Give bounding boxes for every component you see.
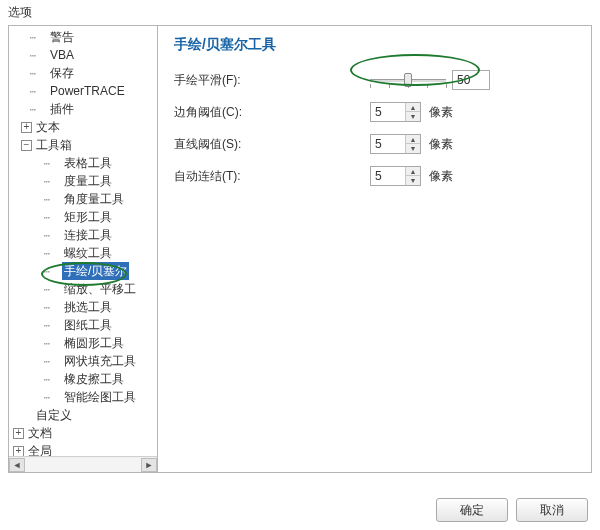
tree-node[interactable]: ⋯手绘/贝塞尔 <box>9 262 157 280</box>
label-line-threshold: 直线阈值(S): <box>174 136 284 153</box>
label-corner-threshold: 边角阈值(C): <box>174 104 284 121</box>
tree-node[interactable]: ⋯保存 <box>9 64 157 82</box>
unit-label: 像素 <box>429 168 453 185</box>
spin-up-icon[interactable]: ▲ <box>406 167 420 176</box>
tree-node[interactable]: ⋯椭圆形工具 <box>9 334 157 352</box>
tree-node[interactable]: ⋯表格工具 <box>9 154 157 172</box>
expand-icon[interactable]: + <box>13 446 24 457</box>
tree-node-label[interactable]: 保存 <box>48 64 76 82</box>
label-auto-join: 自动连结(T): <box>174 168 284 185</box>
tree-node[interactable]: ⋯角度量工具 <box>9 190 157 208</box>
ok-button[interactable]: 确定 <box>436 498 508 522</box>
tree-node-label[interactable]: 手绘/贝塞尔 <box>62 262 129 280</box>
window-title: 选项 <box>0 0 600 25</box>
freehand-smooth-value[interactable]: 50 <box>452 70 490 90</box>
tree-node[interactable]: ⋯网状填充工具 <box>9 352 157 370</box>
tree-node[interactable]: ⋯挑选工具 <box>9 298 157 316</box>
tree-node[interactable]: ⋯矩形工具 <box>9 208 157 226</box>
tree-node[interactable]: ⋯螺纹工具 <box>9 244 157 262</box>
panel-title: 手绘/贝塞尔工具 <box>174 36 575 54</box>
tree-node-label[interactable]: VBA <box>48 46 76 64</box>
expand-icon[interactable]: + <box>21 122 32 133</box>
spin-down-icon[interactable]: ▼ <box>406 144 420 153</box>
scroll-left-button[interactable]: ◄ <box>9 458 25 472</box>
tree-node[interactable]: +文档 <box>9 424 157 442</box>
spin-up-icon[interactable]: ▲ <box>406 103 420 112</box>
freehand-smooth-slider[interactable] <box>370 71 446 89</box>
tree-node-label[interactable]: 文本 <box>34 118 62 136</box>
unit-label: 像素 <box>429 104 453 121</box>
tree-node-label[interactable]: 角度量工具 <box>62 190 126 208</box>
label-freehand-smooth: 手绘平滑(F): <box>174 72 284 89</box>
unit-label: 像素 <box>429 136 453 153</box>
tree-node[interactable]: ⋯度量工具 <box>9 172 157 190</box>
scroll-track[interactable] <box>25 458 141 472</box>
tree-node[interactable]: ⋯缩放、平移工 <box>9 280 157 298</box>
tree-node-label[interactable]: 插件 <box>48 100 76 118</box>
tree-node-label[interactable]: 自定义 <box>34 406 74 424</box>
tree-node[interactable]: ⋯连接工具 <box>9 226 157 244</box>
settings-panel: 手绘/贝塞尔工具 手绘平滑(F): 50 边角阈值(C): 5 ▲▼ 像素 <box>158 25 592 473</box>
tree-node[interactable]: ⋯图纸工具 <box>9 316 157 334</box>
tree-node-label[interactable]: 警告 <box>48 28 76 46</box>
tree-node-label[interactable]: 挑选工具 <box>62 298 114 316</box>
spin-up-icon[interactable]: ▲ <box>406 135 420 144</box>
tree-node-label[interactable]: 螺纹工具 <box>62 244 114 262</box>
tree-node-label[interactable]: 表格工具 <box>62 154 114 172</box>
cancel-button[interactable]: 取消 <box>516 498 588 522</box>
slider-thumb[interactable] <box>404 73 412 87</box>
tree-node[interactable]: ⋯VBA <box>9 46 157 64</box>
tree-node-label[interactable]: 文档 <box>26 424 54 442</box>
corner-threshold-spinner[interactable]: 5 ▲▼ <box>370 102 421 122</box>
tree-node[interactable]: −工具箱 <box>9 136 157 154</box>
tree-node[interactable]: ⋯PowerTRACE <box>9 82 157 100</box>
tree-node[interactable]: 自定义 <box>9 406 157 424</box>
tree-h-scrollbar[interactable]: ◄ ► <box>9 456 157 472</box>
row-freehand-smooth: 手绘平滑(F): 50 <box>174 70 575 90</box>
tree-node[interactable]: ⋯插件 <box>9 100 157 118</box>
tree-node-label[interactable]: 橡皮擦工具 <box>62 370 126 388</box>
tree-node-label[interactable]: 图纸工具 <box>62 316 114 334</box>
tree-node[interactable]: ⋯智能绘图工具 <box>9 388 157 406</box>
tree-node-label[interactable]: 矩形工具 <box>62 208 114 226</box>
auto-join-spinner[interactable]: 5 ▲▼ <box>370 166 421 186</box>
collapse-icon[interactable]: − <box>21 140 32 151</box>
expand-icon[interactable]: + <box>13 428 24 439</box>
tree-node[interactable]: ⋯警告 <box>9 28 157 46</box>
line-threshold-spinner[interactable]: 5 ▲▼ <box>370 134 421 154</box>
row-line-threshold: 直线阈值(S): 5 ▲▼ 像素 <box>174 134 575 154</box>
tree-node-label[interactable]: 度量工具 <box>62 172 114 190</box>
tree-node-label[interactable]: 缩放、平移工 <box>62 280 138 298</box>
tree-node-label[interactable]: 网状填充工具 <box>62 352 138 370</box>
row-corner-threshold: 边角阈值(C): 5 ▲▼ 像素 <box>174 102 575 122</box>
tree-node-label[interactable]: PowerTRACE <box>48 82 127 100</box>
spin-down-icon[interactable]: ▼ <box>406 176 420 185</box>
tree-node[interactable]: ⋯橡皮擦工具 <box>9 370 157 388</box>
scroll-right-button[interactable]: ► <box>141 458 157 472</box>
row-auto-join: 自动连结(T): 5 ▲▼ 像素 <box>174 166 575 186</box>
tree-node-label[interactable]: 工具箱 <box>34 136 74 154</box>
spin-down-icon[interactable]: ▼ <box>406 112 420 121</box>
tree-node-label[interactable]: 椭圆形工具 <box>62 334 126 352</box>
tree-node[interactable]: +文本 <box>9 118 157 136</box>
options-tree[interactable]: ⋯警告⋯VBA⋯保存⋯PowerTRACE⋯插件+文本−工具箱⋯表格工具⋯度量工… <box>8 25 158 473</box>
tree-node-label[interactable]: 智能绘图工具 <box>62 388 138 406</box>
tree-node-label[interactable]: 连接工具 <box>62 226 114 244</box>
